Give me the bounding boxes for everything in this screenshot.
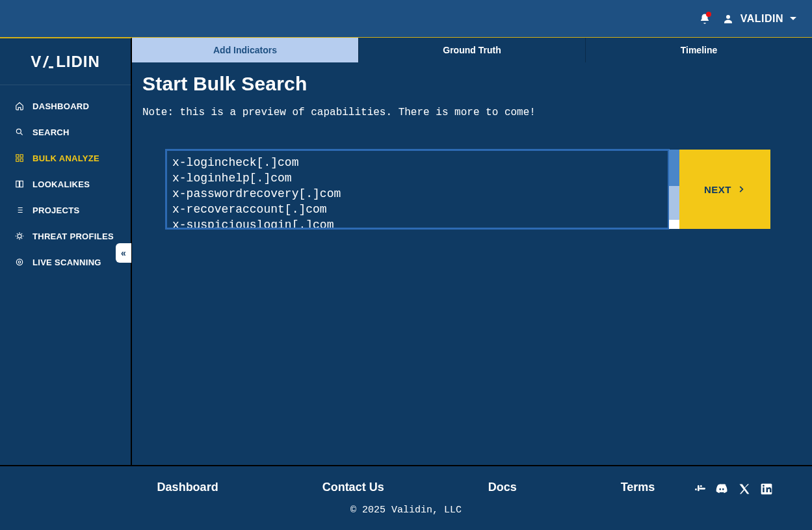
tab-label: Ground Truth bbox=[443, 45, 501, 55]
brand-text: VLIDIN bbox=[31, 53, 100, 71]
compare-icon bbox=[14, 179, 25, 189]
user-label: VALIDIN bbox=[740, 13, 783, 25]
next-label: NEXT bbox=[704, 184, 731, 195]
bug-icon bbox=[14, 231, 25, 241]
tab-ground-truth[interactable]: Ground Truth bbox=[358, 38, 585, 62]
footer: Dashboard Contact Us Docs Terms © 2025 V… bbox=[0, 465, 812, 530]
svg-point-9 bbox=[16, 259, 22, 265]
user-menu[interactable]: VALIDIN bbox=[722, 13, 796, 25]
chevron-double-left-icon: « bbox=[121, 248, 126, 258]
tab-label: Timeline bbox=[681, 45, 718, 55]
nav-label: LOOKALIKES bbox=[33, 179, 90, 189]
nav-label: SEARCH bbox=[33, 127, 70, 137]
nav-label: DASHBOARD bbox=[33, 101, 89, 111]
slack-icon[interactable] bbox=[692, 483, 705, 496]
svg-rect-7 bbox=[20, 181, 23, 187]
tab-label: Add Indicators bbox=[213, 45, 277, 55]
search-icon bbox=[14, 127, 25, 137]
svg-rect-2 bbox=[16, 155, 19, 157]
svg-point-13 bbox=[763, 485, 765, 487]
svg-point-10 bbox=[18, 261, 21, 263]
nav-lookalikes[interactable]: LOOKALIKES bbox=[0, 171, 131, 197]
svg-rect-12 bbox=[763, 488, 765, 493]
social-icons bbox=[692, 482, 773, 496]
indicators-textarea[interactable] bbox=[166, 150, 669, 229]
footer-link-dashboard[interactable]: Dashboard bbox=[157, 481, 218, 494]
tab-add-indicators[interactable]: Add Indicators bbox=[132, 38, 358, 62]
tabs: Add Indicators Ground Truth Timeline bbox=[132, 38, 812, 62]
scrollbar-track[interactable] bbox=[669, 186, 679, 220]
preview-note: Note: this is a preview of capabilities.… bbox=[142, 107, 802, 118]
user-icon bbox=[722, 13, 734, 25]
linkedin-icon[interactable] bbox=[760, 483, 773, 496]
nav-list: DASHBOARD SEARCH BULK ANALYZE LOOKALIKES… bbox=[0, 85, 131, 283]
target-icon bbox=[14, 257, 25, 267]
svg-rect-6 bbox=[16, 181, 20, 187]
top-header: VALIDIN bbox=[0, 0, 812, 38]
svg-point-8 bbox=[18, 234, 21, 238]
sidebar: VLIDIN DASHBOARD SEARCH BULK ANALYZE LOO… bbox=[0, 38, 132, 465]
tab-timeline[interactable]: Timeline bbox=[585, 38, 812, 62]
sidebar-collapse-button[interactable]: « bbox=[116, 243, 131, 263]
notifications-button[interactable] bbox=[699, 13, 711, 25]
brand-logo[interactable]: VLIDIN bbox=[0, 38, 131, 85]
nav-label: BULK ANALYZE bbox=[33, 153, 99, 163]
page-title: Start Bulk Search bbox=[142, 73, 802, 95]
nav-search[interactable]: SEARCH bbox=[0, 119, 131, 145]
nav-bulk-analyze[interactable]: BULK ANALYZE bbox=[0, 145, 131, 171]
nav-threat-profiles[interactable]: THREAT PROFILES bbox=[0, 223, 131, 249]
resize-handle[interactable] bbox=[669, 220, 679, 229]
next-button[interactable]: NEXT bbox=[679, 150, 770, 229]
scrollbar-thumb[interactable] bbox=[669, 150, 679, 186]
footer-link-docs[interactable]: Docs bbox=[488, 481, 517, 494]
main-content: Add Indicators Ground Truth Timeline Sta… bbox=[132, 38, 812, 465]
discord-icon[interactable] bbox=[714, 482, 729, 496]
footer-links: Dashboard Contact Us Docs Terms bbox=[157, 481, 655, 494]
grid-icon bbox=[14, 153, 25, 163]
svg-point-0 bbox=[726, 15, 730, 19]
nav-label: THREAT PROFILES bbox=[33, 232, 114, 241]
chevron-down-icon bbox=[790, 17, 796, 20]
scrollbar[interactable] bbox=[669, 150, 679, 229]
list-icon bbox=[14, 205, 25, 215]
svg-rect-5 bbox=[20, 159, 23, 161]
svg-rect-4 bbox=[16, 159, 19, 161]
notification-dot bbox=[706, 12, 711, 17]
footer-link-contact[interactable]: Contact Us bbox=[322, 481, 384, 494]
nav-live-scanning[interactable]: LIVE SCANNING bbox=[0, 249, 131, 275]
nav-dashboard[interactable]: DASHBOARD bbox=[0, 93, 131, 119]
nav-label: LIVE SCANNING bbox=[33, 258, 101, 267]
nav-label: PROJECTS bbox=[33, 205, 79, 215]
svg-point-1 bbox=[16, 129, 21, 133]
copyright: © 2025 Validin, LLC bbox=[350, 505, 462, 516]
footer-link-terms[interactable]: Terms bbox=[621, 481, 655, 494]
svg-rect-3 bbox=[20, 155, 23, 157]
home-icon bbox=[14, 101, 25, 111]
chevron-right-icon bbox=[737, 185, 746, 194]
x-twitter-icon[interactable] bbox=[738, 483, 751, 496]
nav-projects[interactable]: PROJECTS bbox=[0, 197, 131, 223]
